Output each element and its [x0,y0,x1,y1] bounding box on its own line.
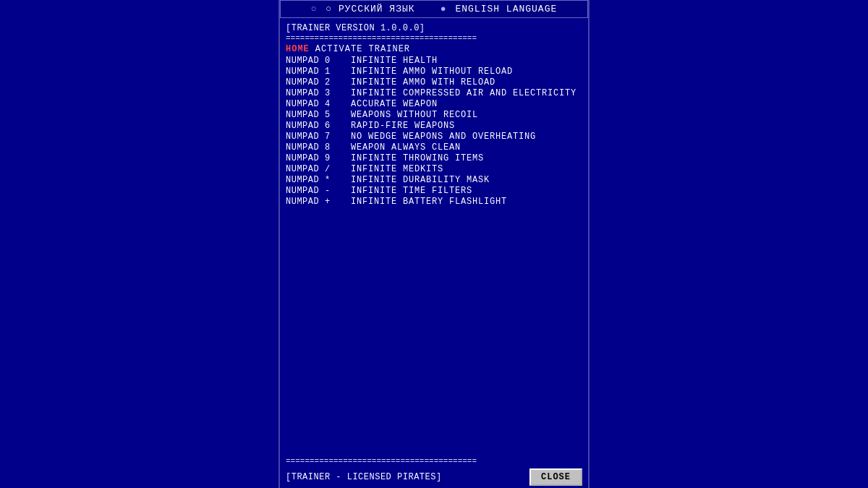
main-content: [TRAINER VERSION 1.0.0.0] ==============… [280,18,588,457]
cheat-row: NUMPAD -INFINITE TIME FILTERS [286,186,582,196]
cheat-row: NUMPAD 6RAPID-FIRE WEAPONS [286,121,582,131]
cheat-key: NUMPAD 6 [286,121,351,131]
cheat-desc: INFINITE AMMO WITHOUT RELOAD [351,67,513,77]
cheat-row: NUMPAD /INFINITE MEDKITS [286,164,582,174]
cheat-desc: INFINITE DURABILITY MASK [351,175,490,185]
cheat-key: NUMPAD * [286,175,351,185]
cheat-desc: ACCURATE WEAPON [351,99,438,109]
close-button[interactable]: CLOSE [529,468,582,486]
cheat-desc: WEAPON ALWAYS CLEAN [351,142,461,153]
cheat-desc: INFINITE MEDKITS [351,164,443,174]
english-label[interactable]: ENGLISH LANGUAGE [455,4,557,14]
cheat-key: NUMPAD 5 [286,110,351,120]
russian-label[interactable]: ○ РУССКИЙ ЯЗЫК [326,4,414,14]
cheat-desc: INFINITE TIME FILTERS [351,186,472,196]
cheat-desc: INFINITE COMPRESSED AIR AND ELECTRICITY [351,88,576,98]
footer-text: [TRAINER - LICENSED PIRATES] [286,472,442,482]
cheat-key: NUMPAD 9 [286,153,351,163]
cheat-row: NUMPAD *INFINITE DURABILITY MASK [286,175,582,185]
cheat-row: NUMPAD 4ACCURATE WEAPON [286,99,582,109]
cheat-key: NUMPAD / [286,164,351,174]
cheat-row: NUMPAD 9INFINITE THROWING ITEMS [286,153,582,163]
cheat-key: NUMPAD + [286,197,351,207]
cheat-row: NUMPAD +INFINITE BATTERY FLASHLIGHT [286,197,582,207]
cheat-row: NUMPAD 7NO WEDGE WEAPONS AND OVERHEATING [286,132,582,142]
bottom-separator: ======================================== [280,457,588,466]
cheat-list: NUMPAD 0INFINITE HEALTHNUMPAD 1INFINITE … [286,56,582,207]
cheat-row: NUMPAD 3INFINITE COMPRESSED AIR AND ELEC… [286,88,582,98]
version-line: [TRAINER VERSION 1.0.0.0] [286,23,582,33]
cheat-key: NUMPAD - [286,186,351,196]
activate-label[interactable]: ACTIVATE TRAINER [315,44,410,54]
top-separator: ======================================== [286,34,582,43]
cheat-desc: RAPID-FIRE WEAPONS [351,121,455,131]
cheat-key: NUMPAD 1 [286,67,351,77]
cheat-key: NUMPAD 4 [286,99,351,109]
cheat-desc: INFINITE THROWING ITEMS [351,153,484,163]
cheat-key: NUMPAD 8 [286,142,351,153]
cheat-row: NUMPAD 2INFINITE AMMO WITH RELOAD [286,77,582,87]
cheat-desc: INFINITE BATTERY FLASHLIGHT [351,197,507,207]
footer: [TRAINER - LICENSED PIRATES] CLOSE [280,466,588,489]
cheat-key: NUMPAD 3 [286,88,351,98]
language-bar: ○ ○ РУССКИЙ ЯЗЫК ● ENGLISH LANGUAGE [280,0,588,18]
cheat-row: NUMPAD 5WEAPONS WITHOUT RECOIL [286,110,582,120]
cheat-key: NUMPAD 7 [286,132,351,142]
cheat-desc: INFINITE AMMO WITH RELOAD [351,77,495,87]
english-radio[interactable]: ● [441,4,447,14]
russian-radio[interactable]: ○ [311,4,318,14]
cheat-row: NUMPAD 8WEAPON ALWAYS CLEAN [286,142,582,153]
cheat-desc: INFINITE HEALTH [351,56,438,66]
trainer-window: ○ ○ РУССКИЙ ЯЗЫК ● ENGLISH LANGUAGE [TRA… [278,0,590,488]
cheat-desc: NO WEDGE WEAPONS AND OVERHEATING [351,132,536,142]
cheat-row: NUMPAD 0INFINITE HEALTH [286,56,582,66]
home-line: HOME ACTIVATE TRAINER [286,44,582,54]
cheat-key: NUMPAD 0 [286,56,351,66]
cheat-key: NUMPAD 2 [286,77,351,87]
cheat-row: NUMPAD 1INFINITE AMMO WITHOUT RELOAD [286,67,582,77]
home-label[interactable]: HOME [286,44,310,54]
cheat-desc: WEAPONS WITHOUT RECOIL [351,110,478,120]
